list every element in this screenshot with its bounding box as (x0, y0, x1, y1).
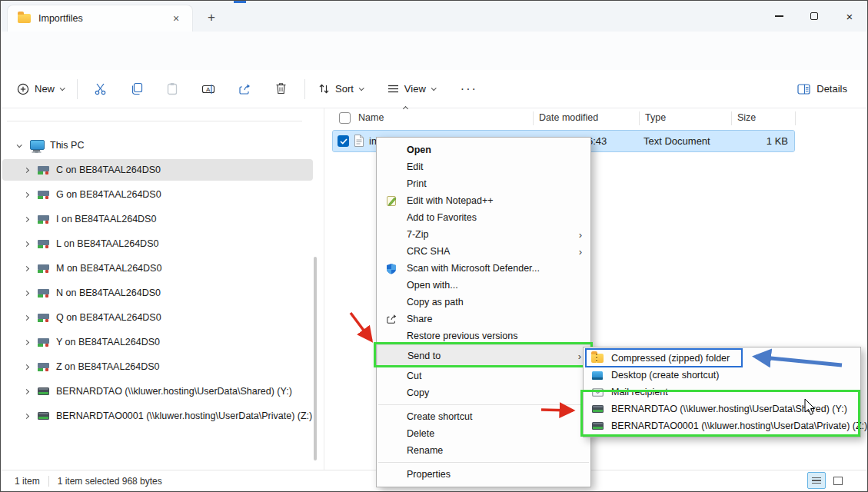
sidebar-item-z-drive[interactable]: Z on BE84TAAL264DS0 (2, 356, 313, 377)
menu-item-crc-sha[interactable]: CRC SHA› (377, 243, 590, 260)
chevron-right-icon[interactable] (23, 265, 28, 271)
sidebar-item-this-pc[interactable]: This PC (2, 135, 313, 156)
chevron-down-icon[interactable] (16, 142, 22, 148)
cut-button[interactable] (87, 77, 113, 101)
menu-item-create-shortcut[interactable]: Create shortcut (377, 408, 590, 425)
details-view-toggle[interactable] (807, 472, 826, 489)
menu-item-print[interactable]: Print (377, 175, 590, 192)
chevron-right-icon[interactable] (23, 314, 28, 320)
column-header-type[interactable]: Type (645, 112, 666, 123)
file-size: 1 KB (767, 135, 788, 147)
menu-item-edit[interactable]: Edit (377, 158, 590, 175)
network-drive-icon (38, 240, 49, 248)
sidebar-item-bernardtao-z[interactable]: BERNARDTAO0001 (\\kluwer.hosting\UserDat… (2, 405, 313, 427)
chevron-right-icon[interactable] (23, 339, 28, 344)
sidebar-item-g-drive[interactable]: G on BE84TAAL264DS0 (2, 184, 313, 205)
red-arrow-send-to (351, 313, 371, 341)
menu-item-open[interactable]: Open (377, 141, 590, 158)
pane-divider (324, 108, 324, 470)
chevron-right-icon[interactable] (23, 388, 28, 394)
column-header-date[interactable]: Date modified (539, 112, 598, 123)
menu-item-7zip[interactable]: 7-Zip› (377, 226, 590, 243)
sidebar-item-i-drive[interactable]: I on BE84TAAL264DS0 (2, 208, 313, 230)
sidebar-item-y-drive[interactable]: Y on BE84TAAL264DS0 (2, 331, 313, 353)
menu-item-properties[interactable]: Properties (377, 466, 590, 483)
tab-strip: Importfiles × + × (1, 1, 867, 32)
close-button[interactable]: × (832, 1, 867, 32)
sidebar-item-l-drive[interactable]: L on BE84TAAL264DS0 (2, 233, 313, 254)
new-tab-button[interactable]: + (202, 8, 221, 27)
menu-item-share[interactable]: Share (377, 311, 590, 327)
menu-item-copy[interactable]: Copy (377, 384, 590, 401)
tab-title: Importfiles (38, 13, 168, 24)
select-all-checkbox[interactable] (339, 112, 351, 124)
column-divider[interactable] (639, 111, 640, 125)
row-checkbox[interactable] (338, 135, 349, 147)
chevron-right-icon[interactable] (23, 241, 28, 246)
sort-button-label: Sort (335, 83, 354, 95)
chevron-right-icon[interactable] (23, 216, 28, 221)
sidebar-item-label: BERNARDTAO0001 (\\kluwer.hosting\UserDat… (56, 411, 312, 421)
menu-separator (378, 404, 589, 405)
submenu-item-desktop-shortcut[interactable]: Desktop (create shortcut) (584, 367, 860, 384)
item-count: 1 item (15, 476, 40, 487)
menu-item-label: Open with... (407, 280, 458, 291)
sort-button[interactable]: Sort (311, 78, 370, 99)
menu-item-add-to-favorites[interactable]: Add to Favorites (377, 209, 590, 226)
view-button[interactable]: View (381, 78, 442, 99)
menu-item-rename[interactable]: Rename (377, 442, 590, 459)
sidebar-item-bernardtao-y[interactable]: BERNARDTAO (\\kluwer.hosting\UserData\Sh… (2, 381, 313, 402)
column-header-name[interactable]: Name (358, 112, 384, 123)
close-icon: × (846, 11, 853, 22)
column-divider[interactable] (795, 111, 796, 125)
sidebar-item-c-drive[interactable]: C on BE84TAAL264DS0 (2, 159, 313, 181)
menu-item-scan-defender[interactable]: Scan with Microsoft Defender... (377, 260, 590, 277)
icons-view-toggle[interactable] (829, 472, 847, 489)
menu-item-copy-as-path[interactable]: Copy as path (377, 294, 590, 311)
share-button[interactable] (231, 77, 258, 101)
paste-button[interactable] (159, 77, 185, 101)
mapped-drive-icon (38, 387, 49, 395)
menu-item-label: Restore previous versions (407, 331, 518, 341)
rename-button[interactable]: A (195, 77, 221, 101)
sidebar-item-label: L on BE84TAAL264DS0 (56, 238, 158, 249)
annotation-blue-box-compressed (585, 348, 743, 367)
context-menu: Open Edit Print Edit with Notepad++ Add … (376, 137, 591, 487)
menu-item-label: Create shortcut (407, 411, 472, 422)
sidebar-scrollbar[interactable] (314, 257, 317, 460)
column-divider[interactable] (731, 111, 732, 125)
maximize-button[interactable] (796, 1, 832, 32)
chevron-right-icon[interactable] (23, 364, 28, 369)
sidebar-item-label: Q on BE84TAAL264DS0 (56, 312, 161, 323)
chevron-right-icon[interactable] (23, 167, 28, 172)
tab-importfiles[interactable]: Importfiles × (7, 5, 193, 32)
chevron-right-icon[interactable] (23, 191, 28, 197)
sidebar-item-q-drive[interactable]: Q on BE84TAAL264DS0 (2, 307, 313, 328)
annotation-green-box-drives (580, 390, 860, 437)
chevron-right-icon[interactable] (23, 290, 28, 295)
menu-item-open-with[interactable]: Open with... (377, 277, 590, 294)
column-divider[interactable] (533, 111, 534, 125)
details-pane-button[interactable]: Details (791, 78, 853, 99)
menu-item-delete[interactable]: Delete (377, 425, 590, 442)
svg-text:A: A (206, 86, 211, 93)
network-drive-icon (38, 289, 49, 298)
menu-item-cut[interactable]: Cut (377, 367, 590, 384)
tab-close-icon[interactable]: × (168, 10, 185, 27)
sidebar-section-divider (7, 121, 302, 121)
delete-button[interactable] (268, 77, 294, 101)
chevron-right-icon[interactable] (23, 413, 28, 418)
sidebar-item-m-drive[interactable]: M on BE84TAAL264DS0 (2, 258, 313, 279)
view-toggle-group (807, 472, 847, 489)
menu-item-edit-with-notepad[interactable]: Edit with Notepad++ (377, 192, 590, 209)
see-more-button[interactable]: ··· (453, 82, 485, 96)
new-button[interactable]: New (10, 78, 71, 100)
sort-icon (318, 83, 330, 95)
menu-item-label: Properties (407, 469, 451, 480)
sidebar-item-n-drive[interactable]: N on BE84TAAL264DS0 (2, 282, 313, 304)
copy-button[interactable] (123, 77, 149, 101)
column-header-size[interactable]: Size (737, 112, 756, 123)
text-document-icon (354, 134, 364, 151)
minimize-button[interactable] (761, 1, 796, 32)
sidebar-item-label: I on BE84TAAL264DS0 (56, 214, 156, 224)
